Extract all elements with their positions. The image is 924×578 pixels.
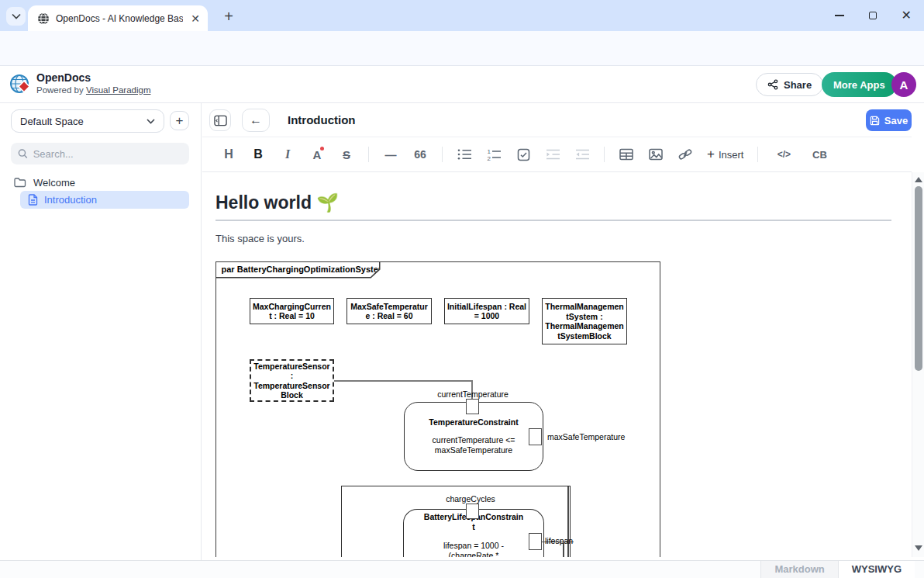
diagram-frame-label: par BatteryChargingOptimizationSystem	[215, 261, 381, 279]
scrollbar-thumb[interactable]	[915, 186, 922, 371]
share-icon	[767, 79, 778, 90]
heading-rule	[215, 220, 891, 221]
port-lifespan[interactable]	[529, 533, 542, 550]
sidebar-search[interactable]	[11, 143, 189, 164]
save-icon	[870, 116, 880, 126]
temperature-constraint-title: TemperatureConstraint	[405, 417, 543, 427]
port-current-temperature[interactable]	[466, 399, 479, 414]
toggle-sidebar-button[interactable]	[209, 109, 231, 131]
font-color-button[interactable]: A	[309, 146, 325, 163]
save-button[interactable]: Save	[866, 109, 912, 131]
temperature-constraint-expression: currentTemperature <= maxSafeTemperature	[405, 435, 543, 455]
insert-button[interactable]: + Insert	[707, 147, 743, 162]
battery-constraint-expression: lifespan = 1000 - (chargeRate *	[404, 541, 543, 557]
close-button[interactable]: ✕	[902, 12, 912, 19]
powered-by-text: Powered by	[36, 85, 86, 95]
space-selector[interactable]: Default Space	[11, 109, 164, 133]
insert-label: Insert	[719, 149, 744, 161]
frame-keyword: par	[222, 265, 237, 274]
powered-by: Powered by Visual Paradigm	[36, 85, 150, 95]
port-max-safe-temperature[interactable]	[529, 428, 542, 445]
account-avatar[interactable]: A	[891, 72, 916, 97]
add-space-button[interactable]: +	[170, 111, 189, 130]
editor-scrollbar[interactable]	[912, 172, 924, 557]
more-apps-button[interactable]: More Apps	[822, 72, 897, 97]
mode-tab-markdown[interactable]: Markdown	[760, 561, 838, 578]
blockquote-button[interactable]: 66	[412, 146, 428, 163]
horizontal-rule-button[interactable]: —	[383, 146, 398, 163]
indent-icon	[546, 148, 560, 161]
scrollbar-down-arrow[interactable]	[915, 545, 922, 551]
folder-icon	[14, 177, 26, 188]
ordered-list-button[interactable]: 12	[486, 146, 502, 163]
chevron-down-icon	[147, 119, 155, 124]
document-canvas[interactable]: Hello world 🌱 This space is yours. par B…	[202, 172, 912, 557]
port-charge-cycles[interactable]	[466, 504, 479, 519]
sidebar: Default Space + Welcome Introduction	[0, 103, 202, 560]
browser-nav-bar: ← → ↻ ai-toolbox.visual-paradigm.com/app…	[0, 31, 924, 66]
image-icon	[649, 148, 663, 161]
panel-toggle-icon	[214, 115, 227, 126]
ordered-list-icon: 12	[487, 148, 502, 161]
scrollbar-up-arrow[interactable]	[915, 177, 922, 182]
toolbar-divider	[757, 147, 758, 162]
bullet-list-button[interactable]	[457, 146, 472, 163]
param-box-max-charging-current[interactable]: MaxChargingCurren t : Real = 10	[250, 298, 334, 324]
parametric-diagram[interactable]: par BatteryChargingOptimizationSystem Ma…	[215, 261, 660, 557]
param-box-max-safe-temperature[interactable]: MaxSafeTemperatur e : Real = 60	[346, 298, 432, 324]
maximize-button[interactable]	[869, 12, 877, 19]
chevron-down-icon	[12, 13, 21, 19]
task-list-button[interactable]	[515, 146, 531, 163]
document-paragraph: This space is yours.	[215, 233, 305, 244]
italic-button[interactable]: I	[280, 146, 295, 163]
tab-search-button[interactable]	[6, 7, 26, 26]
code-block-button[interactable]: CB	[809, 146, 829, 163]
minimize-button[interactable]	[835, 15, 844, 16]
screen: OpenDocs - AI Knowledge Base ✕ + ✕ ← → ↻…	[0, 0, 924, 578]
document-heading: Hello world 🌱	[215, 192, 339, 213]
opendocs-logo-icon	[9, 73, 33, 99]
bold-button[interactable]: B	[250, 146, 266, 163]
back-arrow-icon: ←	[250, 113, 262, 127]
port-label-lifespan: lifespan	[545, 536, 573, 545]
share-label: Share	[784, 79, 812, 91]
param-box-initial-lifespan[interactable]: InitialLifespan : Real = 1000	[444, 298, 529, 324]
frame-name: BatteryChargingOptimizationSystem	[237, 265, 386, 274]
outdent-icon	[575, 148, 590, 161]
back-nav-button[interactable]: ←	[242, 109, 270, 132]
browser-tab[interactable]: OpenDocs - AI Knowledge Base ✕	[28, 5, 208, 31]
app-header: OpenDocs Powered by Visual Paradigm Shar…	[0, 66, 924, 103]
toolbar-divider	[604, 147, 605, 162]
heading-button[interactable]: H	[221, 146, 236, 163]
mode-tab-wysiwyg[interactable]: WYSIWYG	[839, 561, 915, 578]
indent-button[interactable]	[545, 146, 560, 163]
image-button[interactable]	[648, 146, 664, 163]
visual-paradigm-link[interactable]: Visual Paradigm	[86, 85, 151, 95]
window-controls: ✕	[835, 0, 912, 31]
table-icon	[619, 148, 633, 161]
table-button[interactable]	[619, 146, 634, 163]
tab-close-icon[interactable]: ✕	[189, 12, 202, 25]
new-tab-button[interactable]: +	[219, 6, 239, 26]
param-box-thermal-management[interactable]: ThermalManagemen tSystem : ThermalManage…	[542, 298, 627, 344]
app-title: OpenDocs	[36, 71, 91, 84]
toolbar-divider	[442, 147, 443, 162]
sidebar-item-welcome[interactable]: Welcome	[14, 175, 75, 189]
plus-icon: +	[707, 147, 715, 162]
svg-text:1: 1	[487, 148, 491, 155]
strikethrough-button[interactable]: S	[339, 146, 354, 163]
space-selector-value: Default Space	[20, 116, 84, 127]
bullet-list-icon	[457, 148, 472, 161]
editor-mode-bar: Markdown WYSIWYG	[0, 560, 924, 578]
outdent-button[interactable]	[574, 146, 590, 163]
connector-sensor-to-port	[334, 380, 473, 382]
search-input[interactable]	[33, 148, 182, 160]
color-dot	[320, 147, 324, 151]
sidebar-folder-label: Welcome	[33, 177, 75, 189]
link-button[interactable]	[677, 146, 693, 163]
sidebar-item-introduction[interactable]: Introduction	[20, 191, 189, 209]
inline-code-button[interactable]: </>	[772, 146, 795, 163]
share-button[interactable]: Share	[756, 73, 823, 96]
search-icon	[18, 148, 28, 159]
temperature-sensor-block[interactable]: TemperatureSensor : TemperatureSensor Bl…	[250, 359, 334, 402]
